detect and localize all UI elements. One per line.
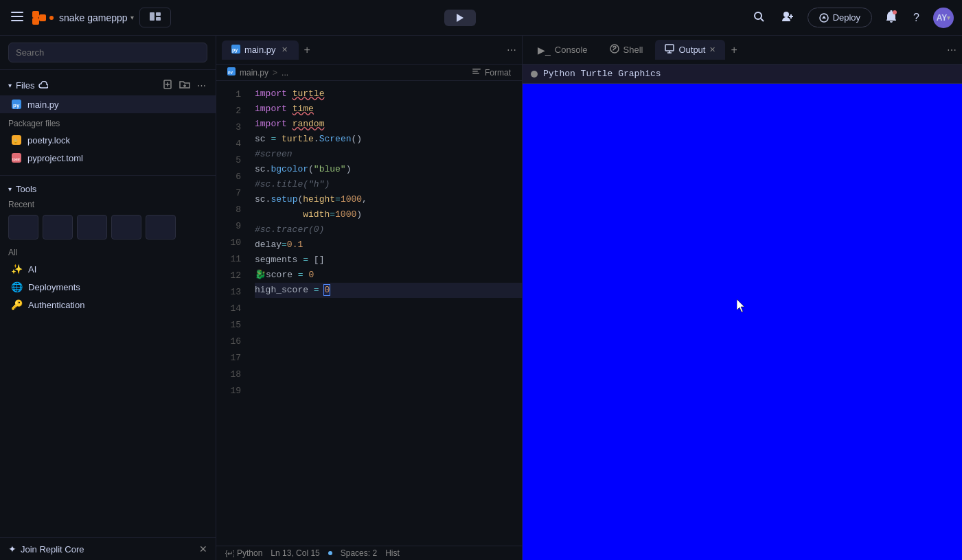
file-item-pyproject-toml[interactable]: toml pyproject.toml: [0, 149, 216, 167]
new-file-icon: [163, 80, 172, 89]
line-num-6: 6: [216, 169, 249, 185]
tools-item-authentication[interactable]: 🔑 Authentication: [0, 296, 216, 314]
files-more-button[interactable]: ⋯: [196, 78, 207, 93]
avatar[interactable]: AY ▾: [933, 8, 954, 28]
packager-files-label: Packager files: [0, 113, 216, 131]
recent-thumb-2[interactable]: [43, 215, 73, 240]
project-name-label: snake gameppp: [59, 12, 128, 23]
new-file-button[interactable]: [161, 78, 174, 93]
file-item-main-py[interactable]: py main.py: [0, 95, 216, 113]
py-breadcrumb-icon: py: [227, 67, 236, 75]
divider: [0, 175, 216, 176]
tab-console[interactable]: ▶_ Console: [528, 40, 597, 60]
close-sidebar-button[interactable]: ✕: [199, 544, 207, 555]
code-line-4: sc = turtle.Screen(): [255, 132, 522, 147]
recent-thumb-4[interactable]: [111, 215, 141, 240]
lock-icon: 🔒: [12, 135, 21, 145]
code-line-10: #sc.tracer(0): [255, 222, 522, 237]
svg-rect-1: [11, 16, 23, 17]
lock-file-icon: 🔒: [11, 135, 22, 145]
svg-text:py: py: [228, 70, 233, 74]
output-area: Python Turtle Graphics: [523, 65, 962, 560]
sidebar-bottom: ✦ Join Replit Core ✕: [0, 537, 216, 560]
sidebar-search-container: [0, 36, 216, 70]
code-line-19: [255, 358, 522, 373]
recent-thumb-5[interactable]: [146, 215, 176, 240]
run-button[interactable]: [444, 10, 476, 26]
position-label: Ln 13, Col 15: [271, 548, 319, 558]
status-language[interactable]: {↵} Python: [225, 548, 262, 558]
add-panel-tab-button[interactable]: +: [731, 44, 737, 56]
recent-thumb-1[interactable]: [8, 215, 38, 240]
py-icon: py: [12, 100, 21, 109]
files-label: Files: [16, 80, 34, 91]
line-num-18: 18: [216, 366, 249, 383]
line-num-17: 17: [216, 350, 249, 366]
search-button[interactable]: [750, 8, 768, 28]
toml-icon: toml: [12, 153, 21, 163]
breadcrumb-separator: >: [273, 68, 277, 78]
layout-button[interactable]: [139, 8, 171, 27]
svg-rect-9: [156, 17, 161, 21]
tab-close-button[interactable]: ✕: [280, 45, 289, 54]
code-lines: import turtle import time import random …: [249, 81, 522, 546]
tools-item-deployments[interactable]: 🌐 Deployments: [0, 278, 216, 296]
svg-text:🔒: 🔒: [13, 139, 19, 144]
svg-line-11: [761, 19, 764, 21]
code-line-9: width=1000): [255, 207, 522, 222]
file-item-poetry-lock[interactable]: 🔒 poetry.lock: [0, 131, 216, 149]
output-canvas[interactable]: [523, 84, 962, 560]
deploy-icon: [819, 13, 829, 23]
format-label: Format: [485, 68, 511, 78]
recent-thumbnails: [0, 212, 216, 242]
search-input[interactable]: [8, 43, 207, 62]
tools-section: ▾ Tools Recent All ✨ AI 🌐: [0, 178, 216, 316]
svg-point-10: [755, 12, 761, 19]
line-numbers: 1 2 3 4 5 6 7 8 9 10 11 12 13 14 15 16 1…: [216, 81, 249, 546]
tools-label: Tools: [16, 184, 36, 194]
recent-thumb-3[interactable]: [77, 215, 107, 240]
tab-output[interactable]: Output ✕: [655, 40, 725, 60]
code-line-12: segments = []: [255, 253, 522, 268]
files-actions: ⋯: [161, 78, 207, 93]
deploy-button[interactable]: Deploy: [808, 8, 872, 27]
tools-item-label: Authentication: [28, 300, 84, 310]
status-spaces: Spaces: 2: [341, 548, 377, 558]
files-header[interactable]: ▾ Files ⋯: [0, 75, 216, 95]
project-name[interactable]: snake gameppp ▾: [59, 12, 134, 23]
output-tab-close-button[interactable]: ✕: [709, 45, 715, 54]
tools-item-ai[interactable]: ✨ AI: [0, 260, 216, 278]
line-num-8: 8: [216, 202, 249, 218]
notifications-button[interactable]: [883, 8, 900, 28]
format-button[interactable]: Format: [472, 67, 511, 78]
code-editor[interactable]: 1 2 3 4 5 6 7 8 9 10 11 12 13 14 15 16 1…: [216, 81, 522, 546]
file-name: main.py: [27, 100, 59, 110]
shell-icon: [610, 44, 619, 56]
topbar-center: [179, 10, 742, 26]
line-num-11: 11: [216, 251, 249, 268]
new-folder-button[interactable]: [178, 78, 192, 93]
add-tab-button[interactable]: +: [300, 44, 314, 56]
title-bar-dot: [531, 71, 538, 78]
tab-shell[interactable]: Shell: [600, 40, 653, 60]
console-tab-label: Console: [555, 45, 588, 55]
file-name: pyproject.toml: [27, 153, 83, 163]
help-button[interactable]: ?: [911, 9, 922, 27]
tab-main-py[interactable]: py main.py ✕: [222, 40, 299, 60]
tab-file-icon: py: [231, 45, 240, 56]
output-icon: [665, 44, 674, 56]
tabs-more-button[interactable]: ⋯: [507, 45, 516, 56]
add-user-button[interactable]: [779, 8, 797, 28]
svg-rect-4: [39, 14, 46, 21]
toml-file-icon: toml: [11, 152, 22, 163]
tools-header[interactable]: ▾ Tools: [0, 181, 216, 197]
auth-icon: 🔑: [11, 299, 23, 310]
line-num-5: 5: [216, 152, 249, 169]
panel-tabs-more-button[interactable]: ⋯: [947, 45, 957, 56]
svg-point-12: [783, 12, 789, 17]
join-core-button[interactable]: ✦ Join Replit Core: [8, 544, 84, 555]
sidebar-toggle-button[interactable]: [8, 9, 26, 26]
status-hist[interactable]: Hist: [385, 548, 400, 558]
code-line-16: [255, 313, 522, 328]
dot-icon: [328, 551, 332, 555]
